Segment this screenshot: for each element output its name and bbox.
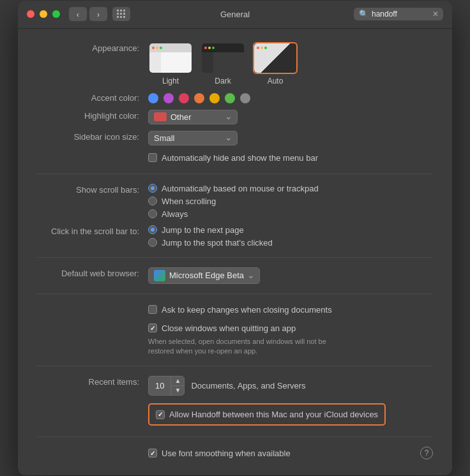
handoff-label: Allow Handoff between this Mac and your … <box>169 410 378 419</box>
default-browser-value: Microsoft Edge Beta <box>169 271 244 280</box>
handoff-row: Allow Handoff between this Mac and your … <box>18 399 452 430</box>
click-spot-radio[interactable] <box>148 238 157 247</box>
accent-green[interactable] <box>225 93 235 103</box>
font-smoothing-checkbox[interactable] <box>148 449 157 457</box>
recent-items-suffix: Documents, Apps, and Servers <box>191 381 305 390</box>
accent-color-controls <box>148 92 433 103</box>
stepper-buttons: ▲ ▼ <box>171 376 184 395</box>
appearance-thumb-auto[interactable] <box>253 42 298 74</box>
click-scroll-controls: Jump to the next page Jump to the spot t… <box>148 225 433 248</box>
appearance-label: Appearance: <box>37 42 139 53</box>
help-button[interactable]: ? <box>420 447 433 459</box>
close-windows-note: When selected, open documents and window… <box>148 337 352 357</box>
menu-bar-row: Automatically hide and show the menu bar <box>18 149 452 167</box>
scroll-always-row: Always <box>148 209 319 219</box>
sidebar-icon-size-dropdown[interactable]: Small <box>148 131 238 145</box>
system-preferences-window: ‹ › General 🔍 ✕ Appearance: <box>18 1 452 476</box>
accent-purple[interactable] <box>163 93 174 103</box>
menu-bar-controls: Automatically hide and show the menu bar <box>148 152 433 164</box>
ask-changes-checkbox[interactable] <box>148 305 157 314</box>
click-scroll-radio-group: Jump to the next page Jump to the spot t… <box>148 225 273 248</box>
scroll-scrolling-label: When scrolling <box>162 197 216 206</box>
click-next-label: Jump to the next page <box>162 225 244 235</box>
appearance-option-light[interactable]: Light <box>148 42 193 86</box>
sidebar-icon-size-controls: Small <box>148 131 433 145</box>
scroll-scrolling-row: When scrolling <box>148 197 319 206</box>
handoff-checkbox-row: Allow Handoff between this Mac and your … <box>156 408 378 420</box>
appearance-auto-label: Auto <box>268 77 284 86</box>
default-browser-label: Default web browser: <box>37 267 139 278</box>
highlight-color-value: Other <box>171 112 192 122</box>
accent-blue[interactable] <box>148 93 158 103</box>
handoff-checkbox[interactable] <box>156 410 165 419</box>
scroll-always-radio[interactable] <box>148 209 157 218</box>
checkbox-ask-spacer <box>37 304 139 305</box>
recent-items-controls: 10 ▲ ▼ Documents, Apps, and Servers <box>148 376 433 396</box>
menu-bar-spacer <box>37 152 139 153</box>
scroll-bars-controls: Automatically based on mouse or trackpad… <box>148 184 433 219</box>
stepper-up[interactable]: ▲ <box>171 376 184 386</box>
divider-4 <box>37 366 433 366</box>
highlight-color-row: Highlight color: Other <box>18 107 452 128</box>
click-next-row: Jump to the next page <box>148 225 273 235</box>
scroll-bars-row: Show scroll bars: Automatically based on… <box>18 181 452 222</box>
scroll-always-label: Always <box>162 209 188 219</box>
accent-yellow[interactable] <box>209 93 220 103</box>
accent-gray[interactable] <box>240 93 250 103</box>
scroll-bars-radio-group: Automatically based on mouse or trackpad… <box>148 184 319 219</box>
recent-items-value: 10 <box>149 379 171 392</box>
appearance-light-label: Light <box>162 77 179 86</box>
default-browser-dropdown[interactable]: Microsoft Edge Beta <box>148 267 260 284</box>
search-bar[interactable]: 🔍 ✕ <box>354 8 443 20</box>
click-scroll-row: Click in the scroll bar to: Jump to the … <box>18 222 452 251</box>
grid-button[interactable] <box>112 7 130 21</box>
scroll-auto-radio[interactable] <box>148 184 157 193</box>
recent-items-stepper: 10 ▲ ▼ <box>148 376 185 396</box>
highlight-color-dropdown[interactable]: Other <box>148 110 238 124</box>
appearance-dark-label: Dark <box>215 77 231 86</box>
accent-color-label: Accent color: <box>37 92 139 103</box>
menu-bar-checkbox-row: Automatically hide and show the menu bar <box>148 152 318 164</box>
appearance-option-dark[interactable]: Dark <box>201 42 245 86</box>
settings-content: Appearance: <box>18 29 452 476</box>
scroll-scrolling-radio[interactable] <box>148 197 157 205</box>
click-spot-row: Jump to the spot that's clicked <box>148 238 273 248</box>
close-button[interactable] <box>27 10 34 18</box>
checkbox-ask-row: Ask to keep changes when closing documen… <box>18 301 452 319</box>
titlebar: ‹ › General 🔍 ✕ <box>18 1 452 29</box>
highlight-color-label: Highlight color: <box>37 110 139 121</box>
window-title: General <box>220 10 250 19</box>
appearance-thumb-dark[interactable] <box>201 42 245 74</box>
back-button[interactable]: ‹ <box>69 7 87 21</box>
appearance-row: Appearance: <box>18 39 452 89</box>
forward-button[interactable]: › <box>89 7 107 21</box>
checkbox-close-spacer <box>37 322 139 324</box>
search-icon: 🔍 <box>359 10 368 19</box>
accent-pink[interactable] <box>179 93 189 103</box>
appearance-option-auto[interactable]: Auto <box>253 42 298 86</box>
grid-icon <box>117 10 126 19</box>
scroll-auto-label: Automatically based on mouse or trackpad <box>162 184 319 193</box>
sidebar-icon-size-label: Sidebar icon size: <box>37 131 139 142</box>
appearance-options: Light <box>148 42 298 86</box>
close-windows-checkbox[interactable] <box>148 324 157 332</box>
minimize-button[interactable] <box>40 10 47 18</box>
click-next-radio[interactable] <box>148 225 157 234</box>
divider-3 <box>37 294 433 294</box>
scroll-auto-row: Automatically based on mouse or trackpad <box>148 184 319 193</box>
appearance-controls: Light <box>148 42 433 86</box>
sidebar-icon-size-row: Sidebar icon size: Small <box>18 128 452 149</box>
search-input[interactable] <box>372 10 429 19</box>
handoff-highlight-box: Allow Handoff between this Mac and your … <box>148 403 386 426</box>
browser-icon <box>154 270 165 281</box>
maximize-button[interactable] <box>52 10 60 18</box>
menu-bar-checkbox[interactable] <box>148 153 157 162</box>
accent-color-swatches <box>148 92 250 103</box>
search-clear-icon[interactable]: ✕ <box>432 10 439 19</box>
stepper-down[interactable]: ▼ <box>171 386 184 395</box>
accent-orange[interactable] <box>194 93 204 103</box>
ask-changes-label: Ask to keep changes when closing documen… <box>162 305 332 315</box>
appearance-thumb-light[interactable] <box>148 42 193 74</box>
checkbox-ask-controls: Ask to keep changes when closing documen… <box>148 304 433 316</box>
sidebar-icon-size-value: Small <box>154 133 175 143</box>
